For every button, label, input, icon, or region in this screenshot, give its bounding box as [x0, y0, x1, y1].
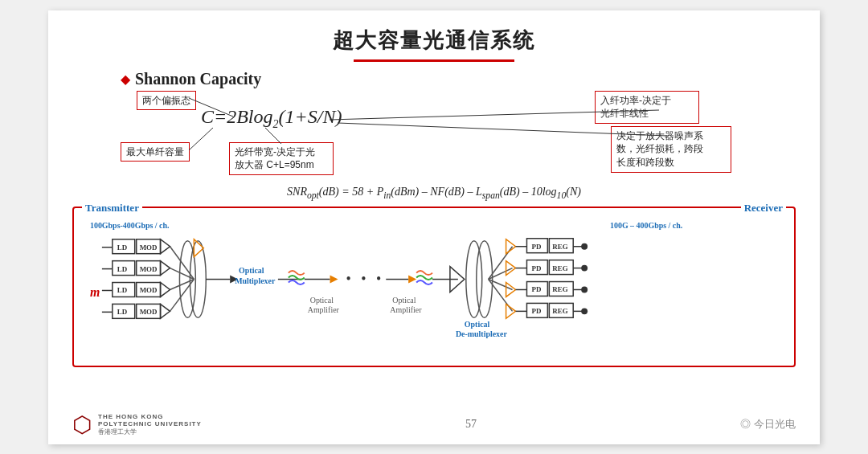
university-logo: ⬡ THE HONG KONG POLYTECHNIC UNIVERSITY 香… — [72, 411, 202, 438]
svg-line-1 — [189, 128, 213, 150]
university-name-line3: 香港理工大学 — [98, 427, 202, 436]
snr-formula: SNRopt(dB) = 58 + Pin(dBm) – NF(dB) – Ls… — [72, 186, 796, 201]
svg-text:• • •: • • • — [346, 271, 385, 287]
annotation-snr-factors: 决定于放大器噪声系数，光纤损耗，跨段长度和跨段数 — [611, 126, 731, 173]
university-name-line1: THE HONG KONG — [98, 413, 202, 420]
svg-text:Optical: Optical — [310, 297, 334, 305]
svg-text:MOD: MOD — [140, 309, 158, 317]
svg-point-70 — [581, 243, 588, 250]
svg-text:Optical: Optical — [239, 266, 264, 275]
svg-text:Multiplexer: Multiplexer — [235, 276, 276, 285]
svg-text:REG: REG — [552, 264, 567, 272]
formula-main: C=2Blog2(1+S/N) — [201, 106, 342, 131]
svg-text:LD: LD — [117, 265, 128, 273]
svg-point-52 — [466, 241, 482, 318]
slide: 超大容量光通信系统 ◆ Shannon Capacity 两个偏振态 C=2Bl… — [48, 10, 820, 444]
slide-title: 超大容量光通信系统 — [72, 27, 796, 55]
svg-text:REG: REG — [552, 243, 567, 251]
svg-text:MOD: MOD — [140, 265, 158, 273]
shannon-header: ◆ Shannon Capacity — [121, 70, 261, 88]
svg-marker-10 — [161, 239, 170, 254]
svg-text:REG: REG — [552, 308, 567, 316]
svg-text:LD: LD — [117, 309, 128, 317]
title-underline — [354, 59, 514, 62]
svg-marker-42 — [330, 276, 338, 284]
svg-text:Amplifier: Amplifier — [308, 306, 340, 315]
page-number: 57 — [465, 418, 477, 431]
annotation-fiber-bandwidth: 光纤带宽-决定于光放大器 C+L=95nm — [229, 142, 334, 176]
diagram-section: Transmitter Receiver 100Gbps-400Gbps / c… — [72, 207, 796, 367]
svg-marker-59 — [506, 261, 516, 276]
svg-text:PD: PD — [531, 264, 541, 272]
diamond-icon: ◆ — [121, 72, 130, 87]
footer: ⬡ THE HONG KONG POLYTECHNIC UNIVERSITY 香… — [72, 411, 796, 438]
svg-text:REG: REG — [552, 286, 567, 294]
svg-text:Amplifier: Amplifier — [390, 306, 422, 315]
svg-marker-28 — [161, 305, 170, 319]
annotation-max-capacity: 最大单纤容量 — [121, 142, 190, 162]
svg-text:LD: LD — [117, 287, 128, 295]
svg-text:LD: LD — [117, 243, 128, 252]
svg-text:PD: PD — [531, 308, 541, 316]
svg-text:MOD: MOD — [140, 287, 158, 295]
svg-marker-16 — [161, 261, 170, 276]
svg-marker-58 — [506, 239, 516, 254]
svg-marker-47 — [408, 276, 416, 284]
svg-marker-22 — [161, 283, 170, 297]
rx-speed-label: 100G – 400Gbps / ch. — [610, 221, 683, 230]
svg-text:MOD: MOD — [140, 243, 158, 252]
svg-text:Optical: Optical — [465, 321, 490, 329]
svg-point-77 — [581, 265, 588, 272]
logo-text: THE HONG KONG POLYTECHNIC UNIVERSITY 香港理… — [98, 413, 202, 436]
shannon-title: Shannon Capacity — [135, 70, 261, 88]
svg-marker-61 — [506, 305, 516, 319]
receiver-label: Receiver — [741, 202, 786, 215]
diagram-svg: 100Gbps-400Gbps / ch. 100G – 400Gbps / c… — [82, 215, 786, 359]
svg-marker-60 — [506, 283, 516, 297]
transmitter-label: Transmitter — [82, 202, 142, 215]
university-name-line2: POLYTECHNIC UNIVERSITY — [98, 420, 202, 427]
annotation-fiber-power: 入纤功率-决定于光纤非线性 — [595, 91, 699, 125]
svg-point-84 — [581, 287, 588, 293]
logo-icon: ⬡ — [72, 411, 92, 438]
svg-text:PD: PD — [531, 243, 541, 251]
svg-text:De-multiplexer: De-multiplexer — [456, 330, 508, 339]
tx-speed-label: 100Gbps-400Gbps / ch. — [90, 221, 170, 230]
svg-point-91 — [581, 309, 588, 315]
watermark: ◎ 今日光电 — [740, 417, 796, 432]
annotation-polarization: 两个偏振态 — [137, 91, 196, 111]
shannon-section: ◆ Shannon Capacity 两个偏振态 C=2Blog2(1+S/N)… — [72, 70, 796, 182]
watermark-icon: ◎ — [740, 418, 751, 430]
svg-text:Optical: Optical — [392, 297, 416, 305]
svg-text:PD: PD — [531, 286, 541, 294]
m-label: m — [90, 286, 100, 300]
svg-point-53 — [477, 241, 493, 318]
